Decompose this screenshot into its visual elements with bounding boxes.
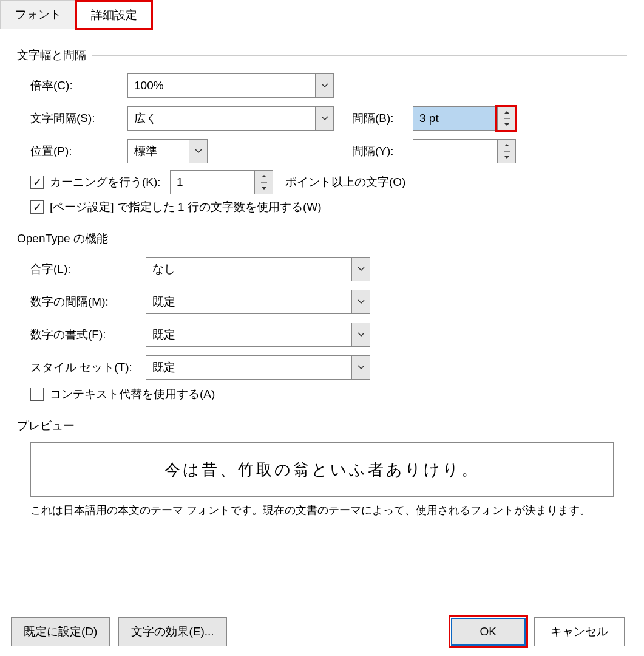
kerning-after-label: ポイント以上の文字(O) <box>285 174 405 190</box>
spacing-combo[interactable]: 広く <box>127 106 334 131</box>
ligatures-combo[interactable]: なし <box>146 257 370 281</box>
dialog-footer: 既定に設定(D) 文字の効果(E)... OK キャンセル <box>0 617 644 646</box>
scale-label: 倍率(C): <box>30 78 127 94</box>
tab-advanced[interactable]: 詳細設定 <box>76 1 152 29</box>
number-form-label: 数字の書式(F): <box>30 327 146 343</box>
stylistic-set-label: スタイル セット(T): <box>30 360 146 375</box>
group-opentype-label: OpenType の機能 <box>17 231 108 247</box>
number-spacing-value: 既定 <box>146 294 351 310</box>
contextual-alt-label: コンテキスト代替を使用する(A) <box>50 386 215 402</box>
ok-button[interactable]: OK <box>451 618 526 646</box>
contextual-alt-checkbox[interactable] <box>30 388 44 401</box>
by-y-value[interactable] <box>413 140 497 163</box>
tab-font[interactable]: フォント <box>0 0 76 29</box>
number-spacing-combo[interactable]: 既定 <box>146 290 370 314</box>
spinner-down-icon[interactable] <box>261 183 267 194</box>
chevron-down-icon[interactable] <box>351 290 370 313</box>
stylistic-set-value: 既定 <box>146 360 351 375</box>
font-dialog: フォント 詳細設定 文字幅と間隔 倍率(C): 100% 文字間隔(S): 広く… <box>0 0 644 656</box>
preview-underline-right <box>552 470 613 470</box>
by-b-value[interactable]: 3 pt <box>413 107 497 130</box>
kerning-checkbox[interactable] <box>30 176 44 189</box>
text-effects-button[interactable]: 文字の効果(E)... <box>118 617 226 646</box>
kerning-spinner[interactable]: 1 <box>170 170 273 194</box>
spinner-up-icon[interactable] <box>504 140 510 152</box>
tab-bar: フォント 詳細設定 <box>0 0 644 29</box>
scale-value: 100% <box>128 79 315 92</box>
chevron-down-icon[interactable] <box>189 140 207 163</box>
group-title-spacing: 文字幅と間隔 <box>17 47 627 63</box>
position-label: 位置(P): <box>30 143 127 159</box>
scale-combo[interactable]: 100% <box>127 73 334 98</box>
number-form-value: 既定 <box>146 327 351 343</box>
cancel-button[interactable]: キャンセル <box>534 617 625 646</box>
spinner-up-icon[interactable] <box>261 171 267 183</box>
chevron-down-icon[interactable] <box>315 107 333 130</box>
chevron-down-icon[interactable] <box>351 356 370 379</box>
preview-description: これは日本語用の本文のテーマ フォントです。現在の文書のテーマによって、使用され… <box>30 503 614 518</box>
ligatures-value: なし <box>146 261 351 277</box>
number-form-combo[interactable]: 既定 <box>146 323 370 347</box>
group-spacing-label: 文字幅と間隔 <box>17 47 86 63</box>
kerning-value[interactable]: 1 <box>171 171 254 194</box>
stylistic-set-combo[interactable]: 既定 <box>146 355 370 380</box>
ligatures-label: 合字(L): <box>30 261 146 277</box>
by-b-spinner[interactable]: 3 pt <box>413 106 516 131</box>
group-preview-label: プレビュー <box>17 418 75 434</box>
position-value: 標準 <box>128 143 189 159</box>
spacing-value: 広く <box>128 111 315 126</box>
by-y-spinner[interactable] <box>413 139 516 163</box>
kerning-label: カーニングを行う(K): <box>50 174 170 190</box>
group-title-opentype: OpenType の機能 <box>17 231 627 247</box>
spacing-label: 文字間隔(S): <box>30 111 127 126</box>
chevron-down-icon[interactable] <box>351 323 370 346</box>
number-spacing-label: 数字の間隔(M): <box>30 294 146 310</box>
grid-checkbox[interactable] <box>30 200 44 214</box>
preview-box: 今は昔、竹取の翁といふ者ありけり。 <box>30 442 614 497</box>
preview-underline-left <box>31 470 92 470</box>
grid-label: [ページ設定] で指定した 1 行の文字数を使用する(W) <box>50 199 322 215</box>
position-combo[interactable]: 標準 <box>127 139 208 163</box>
by-b-label: 間隔(B): <box>352 111 413 126</box>
spinner-down-icon[interactable] <box>504 119 510 131</box>
spinner-up-icon[interactable] <box>504 107 510 119</box>
by-y-label: 間隔(Y): <box>352 143 413 159</box>
chevron-down-icon[interactable] <box>351 258 370 281</box>
panel-advanced: 文字幅と間隔 倍率(C): 100% 文字間隔(S): 広く 間隔(B): 3 … <box>0 29 644 518</box>
preview-sample-text: 今は昔、竹取の翁といふ者ありけり。 <box>92 459 552 480</box>
set-default-button[interactable]: 既定に設定(D) <box>11 617 110 646</box>
chevron-down-icon[interactable] <box>315 74 333 97</box>
spinner-down-icon[interactable] <box>504 152 510 163</box>
group-title-preview: プレビュー <box>17 418 627 434</box>
